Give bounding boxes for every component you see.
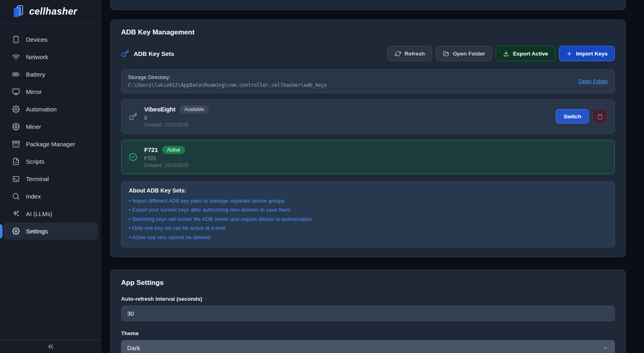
open-folder-link[interactable]: Open Folder bbox=[579, 78, 608, 84]
sidebar-item-label: Network bbox=[26, 53, 48, 60]
sidebar-item-label: Terminal bbox=[26, 175, 49, 182]
app-settings-title: App Settings bbox=[121, 279, 615, 287]
sidebar-item-label: Index bbox=[26, 193, 41, 200]
sidebar-item-index[interactable]: Index bbox=[3, 188, 98, 205]
keyset-description: 8 bbox=[144, 115, 556, 121]
adb-key-management-card: ADB Key Management ADB Key Sets Refresh … bbox=[110, 19, 626, 257]
adb-key-sets-header: ADB Key Sets Refresh Open Folder Export … bbox=[121, 46, 615, 61]
sidebar-item-label: Miner bbox=[26, 123, 41, 130]
storage-directory-path: C:\Users\lukio012\AppData\Roaming\com.co… bbox=[128, 81, 327, 89]
open-folder-button[interactable]: Open Folder bbox=[436, 46, 493, 61]
sidebar-item-network[interactable]: Network bbox=[3, 48, 98, 66]
auto-refresh-input[interactable] bbox=[121, 306, 615, 321]
keyset-created-date: Created: 10/24/2025 bbox=[144, 163, 607, 168]
trash-icon bbox=[597, 113, 603, 120]
export-active-button[interactable]: Export Active bbox=[496, 46, 555, 61]
sidebar-item-automation[interactable]: Automation bbox=[3, 101, 98, 118]
sidebar-item-mirror[interactable]: Mirror bbox=[3, 83, 98, 101]
sidebar-item-label: Scripts bbox=[26, 158, 45, 165]
collapse-sidebar-icon[interactable] bbox=[47, 342, 55, 351]
sidebar-item-settings[interactable]: Settings bbox=[3, 222, 98, 240]
theme-selected-value: Dark bbox=[127, 344, 140, 351]
about-bullet: Only one key set can be active at a time bbox=[129, 224, 607, 232]
sidebar-nav: Devices Network Battery Mirror Automatio… bbox=[0, 24, 101, 340]
theme-select[interactable]: Dark bbox=[121, 340, 615, 353]
sidebar-item-label: Battery bbox=[26, 71, 45, 78]
sidebar-item-label: AI (LLMs) bbox=[26, 210, 52, 217]
sidebar-item-miner[interactable]: Miner bbox=[3, 118, 98, 135]
sidebar-item-battery[interactable]: Battery bbox=[3, 66, 98, 83]
sidebar-item-label: Mirror bbox=[26, 88, 42, 95]
sidebar-item-label: Settings bbox=[26, 228, 48, 235]
sidebar-item-scripts[interactable]: Scripts bbox=[3, 153, 98, 170]
check-circle-icon bbox=[129, 153, 137, 161]
app-settings-card: App Settings Auto-refresh Interval (seco… bbox=[110, 270, 626, 353]
about-bullet: Switching keys will restart the ADB serv… bbox=[129, 215, 607, 223]
plus-icon bbox=[566, 51, 572, 57]
search-icon bbox=[12, 193, 20, 200]
battery-icon bbox=[12, 71, 20, 78]
sidebar: cellhasher Devices Network Battery Mirro… bbox=[0, 0, 101, 353]
sidebar-item-label: Automation bbox=[26, 106, 57, 113]
wifi-icon bbox=[12, 53, 20, 61]
main-content: ADB Key Management ADB Key Sets Refresh … bbox=[101, 0, 644, 353]
key-icon bbox=[121, 49, 129, 58]
sidebar-item-ai-llms[interactable]: AI (LLMs) bbox=[3, 205, 98, 222]
download-icon bbox=[503, 51, 509, 57]
key-icon bbox=[129, 112, 137, 121]
file-text-icon bbox=[12, 158, 20, 165]
cpu-icon bbox=[12, 123, 20, 131]
app-logo: cellhasher bbox=[0, 0, 101, 24]
status-badge: Available bbox=[179, 105, 209, 113]
adb-card-title: ADB Key Management bbox=[121, 28, 615, 36]
adb-toolbar: Refresh Open Folder Export Active Import… bbox=[388, 46, 615, 61]
gear-icon bbox=[12, 227, 20, 235]
status-badge: Active bbox=[162, 146, 185, 154]
sidebar-item-package-manager[interactable]: Package Manager bbox=[3, 135, 98, 153]
sidebar-footer bbox=[0, 340, 101, 353]
sidebar-item-terminal[interactable]: Terminal bbox=[3, 170, 98, 188]
storage-directory-label: Storage Directory: bbox=[128, 73, 327, 81]
sidebar-item-label: Devices bbox=[26, 36, 47, 43]
storage-directory-box: Storage Directory: C:\Users\lukio012\App… bbox=[121, 69, 615, 93]
about-bullet: Active key sets cannot be deleted bbox=[129, 233, 607, 242]
monitor-icon bbox=[12, 88, 20, 96]
app-title: cellhasher bbox=[29, 6, 77, 17]
keyset-name: VibesEight bbox=[144, 106, 175, 113]
keyset-row-f721: F721 Active F721 Created: 10/24/2025 bbox=[121, 140, 615, 174]
keyset-created-date: Created: 10/21/2025 bbox=[144, 122, 556, 128]
auto-refresh-label: Auto-refresh Interval (seconds) bbox=[121, 296, 615, 302]
sidebar-item-devices[interactable]: Devices bbox=[3, 31, 98, 48]
theme-label: Theme bbox=[121, 330, 615, 336]
refresh-button[interactable]: Refresh bbox=[388, 46, 432, 61]
adb-key-sets-title: ADB Key Sets bbox=[134, 50, 174, 57]
sidebar-item-label: Package Manager bbox=[26, 141, 75, 148]
keyset-name: F721 bbox=[144, 146, 158, 153]
import-keys-button[interactable]: Import Keys bbox=[559, 46, 615, 61]
smartphone-icon bbox=[12, 36, 20, 43]
chevron-down-icon bbox=[602, 345, 609, 351]
sparkles-icon bbox=[12, 210, 20, 218]
keyset-row-vibeseight: VibesEight Available 8 Created: 10/21/20… bbox=[121, 99, 615, 134]
automation-gear-icon bbox=[12, 105, 20, 113]
cellhasher-logo-icon bbox=[13, 5, 25, 18]
refresh-icon bbox=[395, 51, 401, 57]
switch-key-button[interactable]: Switch bbox=[556, 109, 589, 124]
delete-key-button[interactable] bbox=[593, 109, 607, 124]
package-icon bbox=[12, 140, 20, 148]
keyset-description: F721 bbox=[144, 155, 607, 161]
about-bullet: Export your current keys after authorizi… bbox=[129, 206, 607, 214]
about-title: About ADB Key Sets: bbox=[129, 187, 607, 194]
terminal-icon bbox=[12, 175, 20, 183]
about-bullet: Import different ADB key pairs to manage… bbox=[129, 197, 607, 205]
folder-icon bbox=[443, 51, 449, 57]
about-adb-key-sets-box: About ADB Key Sets: Import different ADB… bbox=[121, 182, 615, 248]
previous-card-partial bbox=[110, 0, 626, 10]
